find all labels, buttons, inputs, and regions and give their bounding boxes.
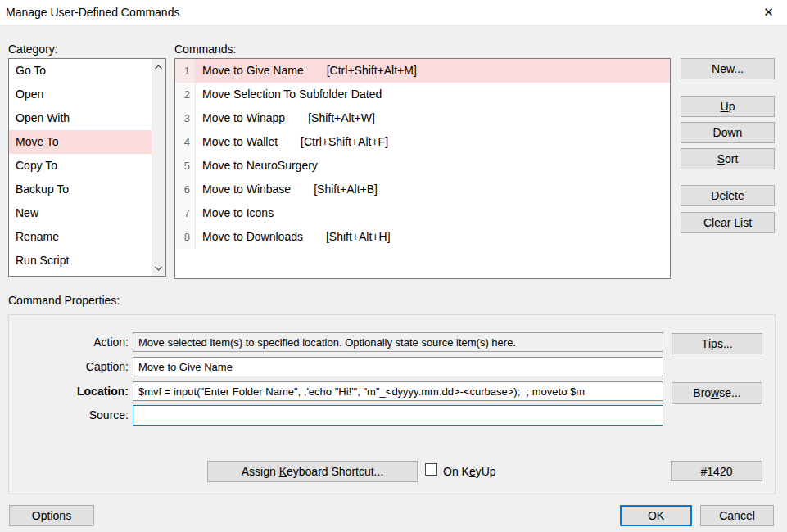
command-row-8[interactable]: 8 Move to Downloads[Shift+Alt+H] xyxy=(175,225,670,249)
command-number: 1 xyxy=(175,59,196,83)
command-row-6[interactable]: 6 Move to Winbase[Shift+Alt+B] xyxy=(175,178,670,201)
sort-button[interactable]: Sort xyxy=(681,148,775,169)
commands-listbox: 1 Move to Give Name[Ctrl+Shift+Alt+M] 2 … xyxy=(174,58,671,279)
category-item-new[interactable]: New xyxy=(9,201,152,225)
command-row-1[interactable]: 1 Move to Give Name[Ctrl+Shift+Alt+M] xyxy=(175,59,670,83)
command-name: Move to Wallet xyxy=(202,135,278,148)
command-shortcut: [Ctrl+Shift+Alt+M] xyxy=(327,64,417,77)
command-row-3[interactable]: 3 Move to Winapp[Shift+Alt+W] xyxy=(175,106,670,130)
category-item-copy-to[interactable]: Copy To xyxy=(9,154,152,178)
command-id-button[interactable]: #1420 xyxy=(671,461,762,481)
command-number: 5 xyxy=(175,154,196,178)
command-shortcut: [Ctrl+Shift+Alt+F] xyxy=(301,135,388,148)
category-item-backup-to[interactable]: Backup To xyxy=(9,178,152,201)
category-label: Category: xyxy=(8,43,58,56)
command-row-5[interactable]: 5 Move to NeuroSurgery xyxy=(175,154,670,178)
command-shortcut: [Shift+Alt+W] xyxy=(308,111,375,124)
location-label: Location: xyxy=(14,381,129,401)
options-button[interactable]: Options xyxy=(9,505,94,526)
location-input[interactable] xyxy=(133,381,663,401)
category-item-rename[interactable]: Rename xyxy=(9,225,152,249)
commands-label: Commands: xyxy=(174,43,236,56)
action-input[interactable] xyxy=(133,332,663,352)
command-shortcut: [Shift+Alt+H] xyxy=(326,230,391,243)
command-row-4[interactable]: 4 Move to Wallet[Ctrl+Shift+Alt+F] xyxy=(175,130,670,154)
browse-button[interactable]: Browse... xyxy=(672,382,762,404)
down-button[interactable]: Down xyxy=(681,122,775,143)
ok-button[interactable]: OK xyxy=(620,505,692,526)
caption-label: Caption: xyxy=(14,357,129,376)
action-label: Action: xyxy=(14,332,129,352)
command-properties-label: Command Properties: xyxy=(8,294,120,307)
command-number: 7 xyxy=(175,201,196,225)
category-item-go-to[interactable]: Go To xyxy=(9,59,152,83)
source-label: Source: xyxy=(14,405,129,425)
command-number: 8 xyxy=(175,225,196,249)
category-item-run-script[interactable]: Run Script xyxy=(9,249,152,273)
tips-button[interactable]: Tips... xyxy=(672,333,762,354)
scroll-up-icon[interactable] xyxy=(152,60,165,74)
cancel-button[interactable]: Cancel xyxy=(700,505,774,526)
title-bar: Manage User-Defined Commands ✕ xyxy=(0,0,787,25)
clear-list-button[interactable]: Clear List xyxy=(681,212,775,233)
command-number: 4 xyxy=(175,130,196,154)
category-item-open[interactable]: Open xyxy=(9,83,152,106)
delete-button[interactable]: Delete xyxy=(681,185,775,206)
command-row-2[interactable]: 2 Move Selection To Subfolder Dated xyxy=(175,83,670,106)
new-button[interactable]: New... xyxy=(681,58,775,79)
on-keyup-checkbox[interactable] xyxy=(425,463,437,476)
window-title: Manage User-Defined Commands xyxy=(6,0,179,25)
assign-keyboard-shortcut-button[interactable]: Assign Keyboard Shortcut... xyxy=(207,461,418,482)
command-name: Move Selection To Subfolder Dated xyxy=(202,88,382,101)
command-name: Move to NeuroSurgery xyxy=(202,159,318,172)
command-name: Move to Winbase xyxy=(202,183,291,196)
command-number: 2 xyxy=(175,83,196,106)
category-item-move-to[interactable]: Move To xyxy=(9,130,152,154)
category-item-open-with[interactable]: Open With xyxy=(9,106,152,130)
command-name: Move to Give Name xyxy=(202,64,304,77)
command-name: Move to Winapp xyxy=(202,111,285,124)
command-name: Move to Icons xyxy=(202,206,274,219)
close-button[interactable]: ✕ xyxy=(750,0,787,25)
command-row-7[interactable]: 7 Move to Icons xyxy=(175,201,670,225)
on-keyup-label: On KeyUp xyxy=(443,461,496,482)
scroll-down-icon[interactable] xyxy=(152,261,165,275)
command-number: 3 xyxy=(175,106,196,130)
category-scrollbar[interactable] xyxy=(152,59,165,276)
source-input[interactable] xyxy=(133,405,663,426)
up-button[interactable]: Up xyxy=(681,96,775,117)
command-shortcut: [Shift+Alt+B] xyxy=(314,183,378,196)
caption-input[interactable] xyxy=(133,357,663,376)
close-icon: ✕ xyxy=(763,5,774,20)
category-listbox: Go To Open Open With Move To Copy To Bac… xyxy=(8,58,166,277)
command-name: Move to Downloads xyxy=(202,230,303,243)
command-number: 6 xyxy=(175,178,196,201)
